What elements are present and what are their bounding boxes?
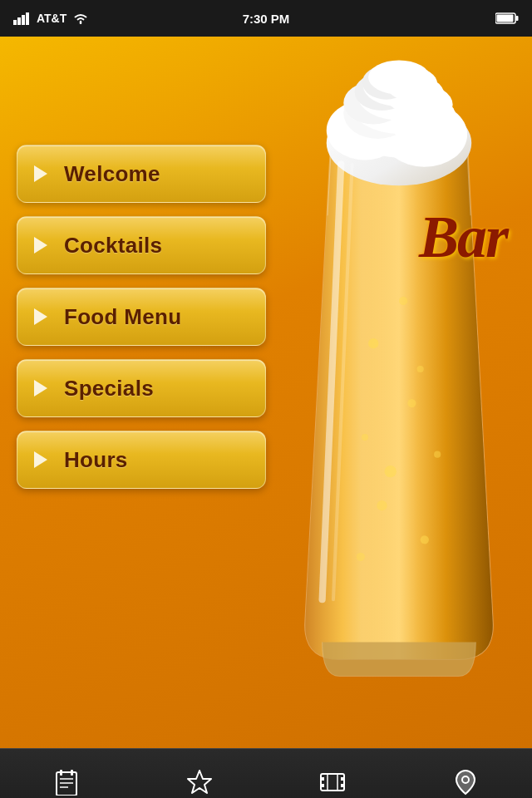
svg-point-30 [417,366,424,372]
tab-contact-us[interactable]: Contact Us [399,753,532,799]
food-menu-button[interactable]: Food Menu [17,288,266,346]
specials-label: Specials [64,376,154,401]
svg-rect-5 [516,16,519,21]
hours-label: Hours [64,447,128,473]
svg-point-25 [407,399,416,407]
welcome-label: Welcome [64,161,160,187]
svg-marker-40 [188,771,211,793]
svg-point-23 [368,60,430,94]
svg-point-24 [368,338,378,348]
status-left: AT&T [13,12,88,25]
menu-buttons: Welcome Cocktails Food Menu Specials Hou… [0,145,283,489]
main-content: Bar Welcome Cocktails Food Menu Specials… [0,37,532,748]
beer-glass-area [266,37,532,702]
svg-rect-2 [22,15,25,25]
wifi-icon [73,12,88,24]
arrow-icon [34,165,47,182]
beer-glass-image [278,45,520,693]
status-bar: AT&T 7:30 PM [0,0,532,37]
food-menu-label: Food Menu [64,304,181,330]
status-right [495,12,519,25]
arrow-icon [34,308,47,325]
time-display: 7:30 PM [243,12,290,26]
arrow-icon [34,237,47,254]
arrow-icon [34,451,47,468]
film-icon [319,769,346,798]
svg-point-31 [377,500,387,510]
tab-bar: Reservation Reviews Gallery [0,748,532,798]
svg-rect-36 [71,770,73,776]
star-icon [186,769,213,798]
tab-reviews[interactable]: Reviews [133,753,266,799]
cocktails-label: Cocktails [64,233,162,259]
specials-button[interactable]: Specials [17,359,266,417]
svg-rect-35 [60,770,62,776]
svg-rect-45 [341,784,344,787]
battery-icon [495,12,519,25]
svg-rect-1 [17,17,21,25]
svg-point-33 [357,553,365,561]
svg-rect-42 [321,777,324,781]
cocktails-button[interactable]: Cocktails [17,216,266,274]
arrow-icon [34,380,47,397]
reservation-icon [53,769,80,798]
welcome-button[interactable]: Welcome [17,145,266,203]
svg-rect-6 [497,15,514,22]
svg-rect-41 [321,774,344,791]
bar-title: Bar [419,203,507,272]
svg-rect-0 [13,20,17,25]
svg-rect-44 [341,777,344,781]
svg-rect-43 [321,784,324,787]
svg-point-27 [421,535,429,544]
tab-gallery[interactable]: Gallery [266,753,399,799]
carrier-label: AT&T [37,12,66,25]
svg-point-28 [362,434,368,441]
hours-button[interactable]: Hours [17,431,266,489]
svg-rect-34 [57,772,76,796]
svg-point-29 [399,297,407,305]
tab-reservation[interactable]: Reservation [0,753,133,799]
signal-icon [13,12,30,25]
svg-point-32 [434,451,441,458]
map-pin-icon [452,769,479,798]
svg-point-26 [385,466,397,477]
svg-rect-3 [26,12,29,25]
